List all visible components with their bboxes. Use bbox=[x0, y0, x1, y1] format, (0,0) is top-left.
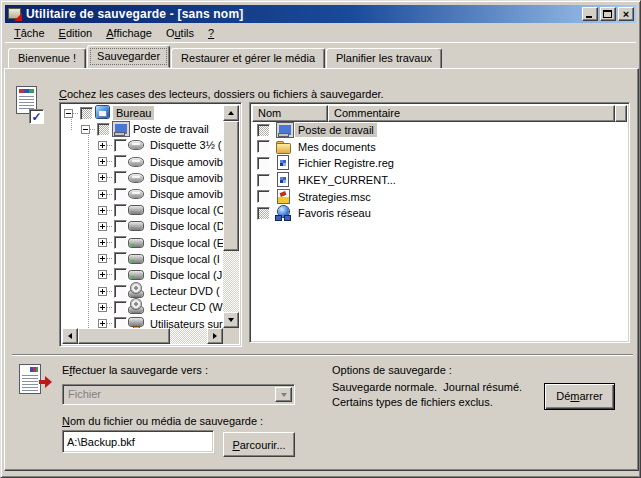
tree-item[interactable]: Disquette 3½ ( bbox=[62, 137, 223, 153]
item-checkbox[interactable] bbox=[114, 268, 127, 281]
item-icon bbox=[112, 121, 128, 137]
blue-check-icon: ✓ bbox=[29, 109, 44, 124]
tree-item[interactable]: Disque local (I bbox=[62, 251, 223, 267]
item-checkbox[interactable] bbox=[114, 204, 127, 217]
tree-item[interactable]: Disque local (E bbox=[62, 235, 223, 251]
item-checkbox[interactable] bbox=[114, 252, 127, 265]
menu-item[interactable]: Tâche bbox=[7, 25, 52, 41]
item-icon bbox=[276, 172, 292, 188]
tree-item[interactable]: Bureau bbox=[62, 105, 223, 121]
item-checkbox[interactable] bbox=[257, 157, 270, 170]
destination-label: Effectuer la sauvegarde vers : bbox=[62, 364, 208, 376]
expander-icon[interactable] bbox=[98, 287, 107, 296]
expander-icon[interactable] bbox=[98, 238, 107, 247]
list-item[interactable]: Fichier Registre.reg bbox=[252, 155, 627, 172]
item-checkbox[interactable] bbox=[114, 236, 127, 249]
menu-item[interactable]: Affichage bbox=[99, 25, 159, 41]
item-checkbox[interactable] bbox=[97, 123, 110, 136]
scrollbar-corner bbox=[223, 328, 239, 344]
tree-connector bbox=[107, 323, 112, 324]
menu-item[interactable]: ? bbox=[201, 25, 221, 41]
column-header[interactable] bbox=[615, 105, 627, 122]
scroll-left-button[interactable] bbox=[62, 328, 78, 344]
item-checkbox[interactable] bbox=[114, 220, 127, 233]
item-checkbox[interactable] bbox=[114, 188, 127, 201]
item-checkbox[interactable] bbox=[257, 124, 270, 137]
tree-item[interactable]: Lecteur CD (W bbox=[62, 299, 223, 315]
item-checkbox[interactable] bbox=[257, 174, 270, 187]
column-header[interactable]: Commentaire bbox=[328, 105, 615, 122]
tab[interactable]: Bienvenue ! bbox=[8, 48, 86, 68]
expander-icon[interactable] bbox=[98, 270, 107, 279]
item-checkbox[interactable] bbox=[114, 155, 127, 168]
item-checkbox[interactable] bbox=[114, 301, 127, 314]
backup-options-title: Options de sauvegarde : bbox=[332, 364, 452, 376]
tree-item[interactable]: Disque amovib bbox=[62, 170, 223, 186]
expander-icon[interactable] bbox=[98, 222, 107, 231]
tree-item[interactable]: Disque local (J bbox=[62, 267, 223, 283]
tree-item[interactable]: Disque amovib bbox=[62, 186, 223, 202]
maximize-button[interactable] bbox=[600, 7, 616, 21]
tree-item[interactable]: Disque local (C bbox=[62, 202, 223, 218]
item-checkbox[interactable] bbox=[114, 285, 127, 298]
expander-icon[interactable] bbox=[98, 303, 107, 312]
scroll-down-icon bbox=[228, 318, 234, 325]
scroll-right-button[interactable] bbox=[207, 328, 223, 344]
item-checkbox[interactable] bbox=[114, 317, 127, 328]
expander-icon[interactable] bbox=[98, 157, 107, 166]
minimize-button[interactable] bbox=[582, 7, 598, 21]
tree-item[interactable]: Poste de travail bbox=[62, 121, 223, 137]
tree-vertical-scrollbar[interactable] bbox=[223, 105, 239, 328]
close-button[interactable]: × bbox=[618, 7, 634, 21]
start-backup-button[interactable]: Démarrer bbox=[544, 383, 615, 410]
tree-connector bbox=[107, 226, 112, 227]
tree-item[interactable]: Disque amovib bbox=[62, 154, 223, 170]
expander-icon[interactable] bbox=[98, 206, 107, 215]
menu-item[interactable]: Outils bbox=[159, 25, 201, 41]
list-item[interactable]: Poste de travail bbox=[252, 122, 627, 139]
expander-icon[interactable] bbox=[98, 190, 107, 199]
menu-item[interactable]: Edition bbox=[52, 25, 100, 41]
tab[interactable]: Restaurer et gérer le média bbox=[171, 48, 325, 68]
expander-icon[interactable] bbox=[64, 109, 73, 118]
tree-rows: Bureau Poste de travail bbox=[62, 105, 223, 328]
list-item[interactable]: HKEY_CURRENT... bbox=[252, 172, 627, 189]
expander-icon[interactable] bbox=[98, 141, 107, 150]
scroll-down-button[interactable] bbox=[223, 312, 239, 328]
list-item[interactable]: Strategies.msc bbox=[252, 188, 627, 205]
tree-connector bbox=[107, 194, 112, 195]
scrollbar-thumb[interactable] bbox=[78, 328, 170, 344]
item-icon bbox=[129, 202, 145, 218]
item-checkbox[interactable] bbox=[80, 107, 93, 120]
expander-icon[interactable] bbox=[98, 254, 107, 263]
item-checkbox[interactable] bbox=[257, 140, 270, 153]
backup-file-input[interactable] bbox=[62, 430, 214, 453]
tab[interactable]: Planifier les travaux bbox=[326, 48, 442, 68]
item-icon bbox=[129, 218, 145, 234]
list-item[interactable]: Favoris réseau bbox=[252, 205, 627, 222]
item-checkbox[interactable] bbox=[257, 207, 270, 220]
expander-icon[interactable] bbox=[81, 125, 90, 134]
expander-icon[interactable] bbox=[98, 319, 107, 328]
item-label: Utilisateurs sur bbox=[147, 317, 223, 328]
item-checkbox[interactable] bbox=[257, 190, 270, 203]
list-item[interactable]: Mes documents bbox=[252, 139, 627, 156]
red-arrow-head-icon bbox=[45, 376, 52, 388]
item-icon bbox=[129, 170, 145, 186]
tree-connector bbox=[107, 258, 112, 259]
tree-horizontal-scrollbar[interactable] bbox=[62, 328, 223, 344]
tab[interactable]: Sauvegarder bbox=[87, 45, 170, 68]
column-header[interactable]: Nom bbox=[252, 105, 328, 122]
scroll-up-button[interactable] bbox=[223, 105, 239, 121]
tree-item[interactable]: Lecteur DVD ( bbox=[62, 283, 223, 299]
item-checkbox[interactable] bbox=[114, 171, 127, 184]
scrollbar-thumb[interactable] bbox=[223, 121, 239, 251]
item-checkbox[interactable] bbox=[114, 139, 127, 152]
item-icon bbox=[276, 189, 292, 205]
item-icon bbox=[129, 186, 145, 202]
tab-strip: Bienvenue ! Sauvegarder Restaurer et gér… bbox=[8, 48, 443, 68]
tree-item[interactable]: Disque local (D bbox=[62, 218, 223, 234]
tree-item[interactable]: Utilisateurs sur bbox=[62, 315, 223, 328]
expander-icon[interactable] bbox=[98, 173, 107, 182]
browse-button[interactable]: Parcourir... bbox=[223, 432, 295, 457]
